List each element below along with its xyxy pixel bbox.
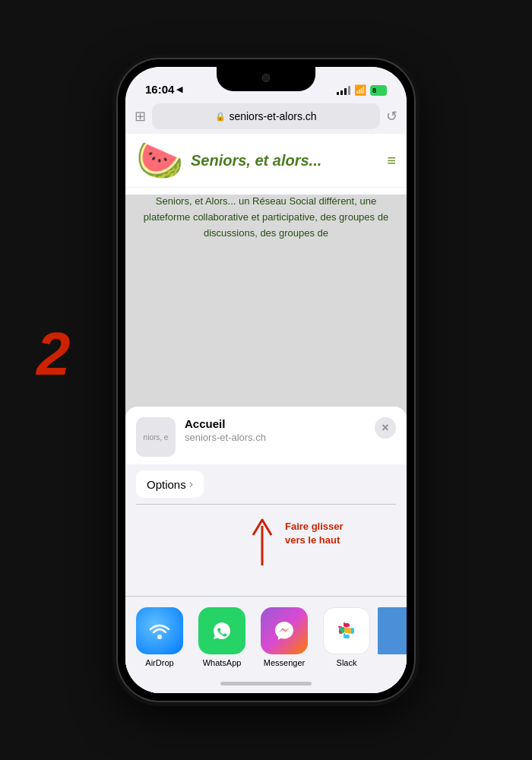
svg-rect-12 xyxy=(339,627,345,631)
phone-screen: 16:04 ◀ 📶 8 xyxy=(125,67,407,693)
app-item-slack[interactable]: Slack xyxy=(315,607,378,667)
arrow-annotation-area: Faire glisser vers le haut xyxy=(125,505,407,596)
slack-app-icon xyxy=(323,607,370,654)
share-page-title: Accueil xyxy=(185,417,366,430)
app-item-whatsapp[interactable]: WhatsApp xyxy=(191,607,253,667)
share-page-thumbnail: niors, e xyxy=(136,417,176,457)
lock-icon: 🔒 xyxy=(215,112,226,122)
app-item-messenger[interactable]: Messenger xyxy=(253,607,315,667)
site-title: Seniors, et alors... xyxy=(191,152,321,169)
arrow-up-icon xyxy=(247,512,277,573)
share-header: niors, e Accueil seniors-et-alors.ch × xyxy=(125,407,407,464)
home-indicator xyxy=(125,673,407,693)
share-close-button[interactable]: × xyxy=(375,417,396,439)
site-header: 🍉 Seniors, et alors... ≡ xyxy=(125,134,407,187)
hamburger-menu-icon[interactable]: ≡ xyxy=(387,152,396,169)
url-bar[interactable]: 🔒 seniors-et-alors.ch xyxy=(152,103,380,129)
share-page-url: seniors-et-alors.ch xyxy=(185,432,366,443)
site-logo: 🍉 xyxy=(136,141,183,179)
options-button[interactable]: Options › xyxy=(136,470,204,498)
app-item-airdrop[interactable]: AirDrop xyxy=(128,607,191,667)
home-bar xyxy=(220,682,312,686)
status-time: 16:04 xyxy=(145,83,174,96)
options-chevron-icon: › xyxy=(189,477,193,491)
battery-icon: 8 xyxy=(370,85,387,96)
whatsapp-label: WhatsApp xyxy=(203,658,242,667)
svg-point-1 xyxy=(157,635,162,639)
annotation-number: 2 xyxy=(36,319,71,389)
svg-rect-10 xyxy=(344,633,345,637)
location-icon: ◀ xyxy=(176,84,182,94)
svg-rect-6 xyxy=(344,622,345,626)
tab-icon[interactable]: ⊞ xyxy=(135,108,146,125)
phone-frame: 16:04 ◀ 📶 8 xyxy=(118,59,414,701)
slack-label: Slack xyxy=(337,658,357,667)
airdrop-label: AirDrop xyxy=(145,658,173,667)
reload-icon[interactable]: ↺ xyxy=(386,108,397,125)
web-content: 🍉 Seniors, et alors... ≡ Seniors, et Alo… xyxy=(125,134,407,693)
share-page-info: Accueil seniors-et-alors.ch xyxy=(185,417,366,443)
browser-bar: ⊞ 🔒 seniors-et-alors.ch ↺ xyxy=(125,100,407,134)
signal-bars xyxy=(337,86,350,95)
apps-row: AirDrop WhatsApp xyxy=(125,597,407,673)
messenger-app-icon xyxy=(261,607,308,654)
messenger-label: Messenger xyxy=(264,658,305,667)
faire-glisser-label: Faire glisser vers le haut xyxy=(285,520,344,547)
svg-rect-14 xyxy=(347,628,351,634)
airdrop-app-icon xyxy=(136,607,183,654)
wifi-icon: 📶 xyxy=(354,84,366,96)
url-text: seniors-et-alors.ch xyxy=(229,110,316,122)
front-camera xyxy=(262,74,271,82)
app-item-partial xyxy=(378,607,407,654)
whatsapp-app-icon xyxy=(198,607,245,654)
notch xyxy=(217,67,315,91)
share-sheet: niors, e Accueil seniors-et-alors.ch × xyxy=(125,407,407,693)
